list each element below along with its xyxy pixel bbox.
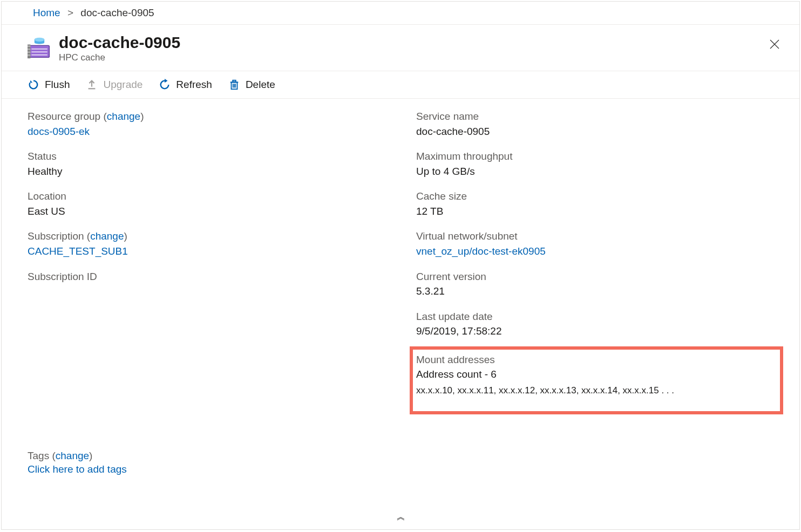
- vnet-label: Virtual network/subnet: [416, 229, 783, 244]
- right-column: Service name doc-cache-0905 Maximum thro…: [416, 110, 783, 414]
- flush-label: Flush: [45, 79, 70, 91]
- subscription-id-label: Subscription ID: [28, 270, 395, 284]
- toolbar: Flush Upgrade Refresh Delete: [2, 71, 799, 99]
- delete-icon: [228, 79, 240, 91]
- status-label: Status: [28, 149, 395, 164]
- page-title: doc-cache-0905: [59, 33, 766, 51]
- add-tags-link[interactable]: Click here to add tags: [28, 463, 127, 475]
- last-update-value: 9/5/2019, 17:58:22: [416, 324, 783, 339]
- expand-chevron[interactable]: ︽: [397, 511, 404, 523]
- upgrade-button: Upgrade: [86, 79, 142, 91]
- status-value: Healthy: [28, 164, 395, 179]
- location-label: Location: [28, 189, 395, 204]
- mount-addresses-count: Address count - 6: [416, 367, 775, 382]
- chevron-up-icon: ︽: [397, 512, 404, 521]
- tags-label: Tags: [28, 450, 49, 461]
- service-name-label: Service name: [416, 110, 783, 124]
- breadcrumb-separator: >: [67, 7, 73, 18]
- flush-icon: [28, 79, 39, 91]
- breadcrumb-current: doc-cache-0905: [80, 7, 154, 18]
- close-icon: [769, 39, 780, 50]
- svg-rect-19: [233, 80, 236, 82]
- close-button[interactable]: [766, 36, 783, 56]
- upgrade-icon: [86, 79, 98, 91]
- version-label: Current version: [416, 270, 783, 284]
- max-throughput-label: Maximum throughput: [416, 149, 783, 164]
- location-value: East US: [28, 204, 395, 219]
- version-value: 5.3.21: [416, 284, 783, 299]
- refresh-icon: [159, 79, 171, 91]
- breadcrumb-home-link[interactable]: Home: [33, 7, 60, 18]
- mount-addresses-highlight: Mount addresses Address count - 6 xx.x.x…: [410, 346, 783, 414]
- last-update-label: Last update date: [416, 310, 783, 324]
- delete-button[interactable]: Delete: [228, 79, 275, 91]
- svg-rect-10: [28, 54, 31, 56]
- max-throughput-value: Up to 4 GB/s: [416, 164, 783, 179]
- svg-point-0: [35, 38, 44, 42]
- upgrade-label: Upgrade: [103, 79, 142, 91]
- svg-rect-8: [28, 49, 31, 50]
- mount-addresses-list: xx.x.x.10, xx.x.x.11, xx.x.x.12, xx.x.x.…: [416, 385, 775, 396]
- mount-addresses-label: Mount addresses: [416, 353, 775, 367]
- subscription-value-link[interactable]: CACHE_TEST_SUB1: [28, 245, 128, 257]
- page-subtitle: HPC cache: [59, 52, 766, 63]
- refresh-label: Refresh: [176, 79, 212, 91]
- svg-rect-1: [30, 45, 50, 57]
- cache-size-label: Cache size: [416, 189, 783, 204]
- svg-rect-9: [28, 51, 31, 53]
- delete-label: Delete: [246, 79, 275, 91]
- resource-group-change-link[interactable]: change: [107, 111, 140, 122]
- page-header: doc-cache-0905 HPC cache: [2, 25, 799, 71]
- overview-content: Resource group (change) docs-0905-ek Sta…: [2, 99, 799, 414]
- subscription-change-link[interactable]: change: [90, 230, 124, 242]
- subscription-label: Subscription (change): [28, 229, 395, 244]
- cache-size-value: 12 TB: [416, 204, 783, 219]
- left-column: Resource group (change) docs-0905-ek Sta…: [28, 110, 395, 414]
- resource-group-value-link[interactable]: docs-0905-ek: [28, 126, 90, 137]
- resource-group-label: Resource group (change): [28, 110, 395, 124]
- service-name-value: doc-cache-0905: [416, 124, 783, 139]
- svg-rect-7: [28, 45, 31, 47]
- vnet-value-link[interactable]: vnet_oz_up/doc-test-ek0905: [416, 245, 546, 257]
- tags-change-link[interactable]: change: [56, 450, 89, 461]
- tags-section: Tags (change) Click here to add tags: [28, 449, 127, 475]
- refresh-button[interactable]: Refresh: [159, 79, 212, 91]
- flush-button[interactable]: Flush: [28, 79, 70, 91]
- hpc-cache-icon: [28, 36, 51, 59]
- breadcrumb: Home > doc-cache-0905: [2, 2, 799, 25]
